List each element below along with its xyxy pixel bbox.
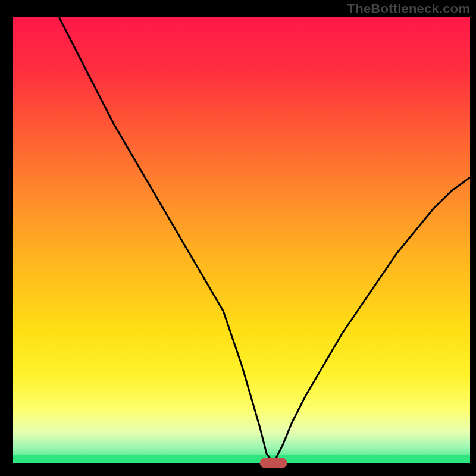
plot-green-band <box>13 455 470 463</box>
watermark-text: TheBottleneck.com <box>347 1 470 17</box>
bottleneck-chart <box>0 0 476 476</box>
plot-background <box>13 17 470 463</box>
chart-frame: TheBottleneck.com <box>0 0 476 476</box>
optimal-point-marker <box>260 458 287 468</box>
